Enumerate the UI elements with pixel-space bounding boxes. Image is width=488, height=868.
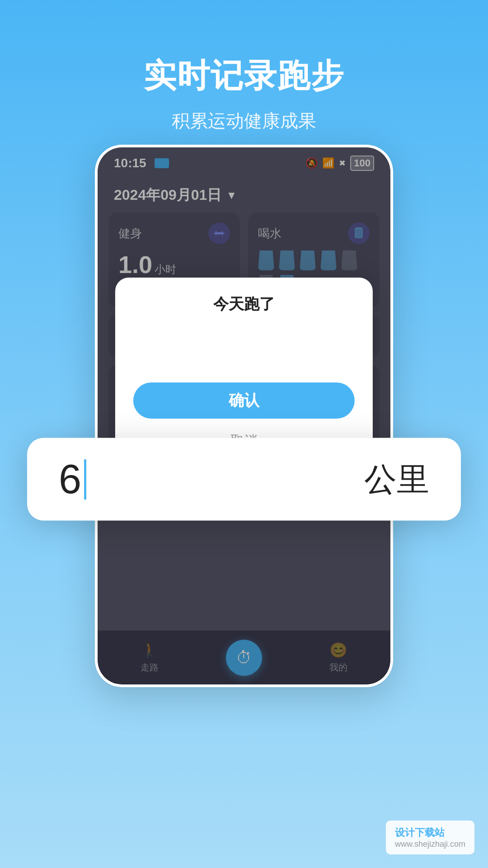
watermark: 设计下载站 www.shejizhaji.com	[386, 821, 474, 854]
input-value-display: 6	[59, 456, 86, 503]
phone-screen: 10:15 🔕 📶 ✖ 100 2024年09月01日 ▼ 健身	[98, 147, 390, 684]
input-number: 6	[59, 456, 81, 503]
watermark-title: 设计下载站	[395, 826, 465, 840]
page-title: 实时记录跑步	[0, 54, 488, 98]
input-row-card: 6 公里	[27, 438, 461, 521]
watermark-url: www.shejizhaji.com	[395, 840, 465, 849]
dialog-title: 今天跑了	[133, 294, 355, 315]
phone-mockup: 10:15 🔕 📶 ✖ 100 2024年09月01日 ▼ 健身	[95, 145, 393, 687]
confirm-button[interactable]: 确认	[133, 382, 355, 419]
input-cursor	[84, 459, 86, 500]
dialog-overlay: 今天跑了 确认 取消	[98, 147, 390, 684]
confirm-button-label: 确认	[229, 390, 259, 411]
page-subtitle: 积累运动健康成果	[0, 108, 488, 133]
header-section: 实时记录跑步 积累运动健康成果	[0, 0, 488, 160]
input-unit-display: 公里	[364, 458, 429, 501]
